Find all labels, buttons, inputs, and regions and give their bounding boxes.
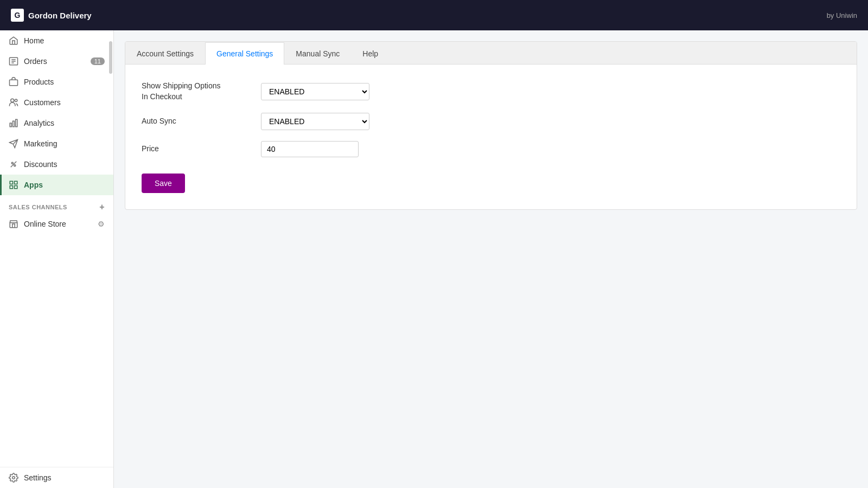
sidebar-label-products: Products xyxy=(24,78,54,86)
svg-rect-8 xyxy=(13,121,15,127)
svg-point-10 xyxy=(11,162,13,164)
sidebar-item-orders[interactable]: Orders 11 xyxy=(0,51,113,72)
svg-rect-16 xyxy=(10,186,12,189)
sidebar-item-products[interactable]: Products xyxy=(0,72,113,92)
add-channel-button[interactable]: + xyxy=(99,203,105,211)
tab-manual-sync[interactable]: Manual Sync xyxy=(284,42,351,65)
scroll-indicator xyxy=(109,41,112,74)
shipping-options-label: Show Shipping Options In Checkout xyxy=(142,81,261,102)
brand: G Gordon Delivery xyxy=(11,9,92,22)
sidebar-label-marketing: Marketing xyxy=(24,139,57,148)
svg-rect-14 xyxy=(15,181,17,184)
tab-account-settings[interactable]: Account Settings xyxy=(125,42,205,65)
save-button[interactable]: Save xyxy=(142,174,185,193)
home-icon xyxy=(9,36,18,46)
general-settings-content: Show Shipping Options In Checkout ENABLE… xyxy=(125,65,857,209)
svg-point-17 xyxy=(12,477,15,479)
orders-badge: 11 xyxy=(91,57,105,65)
autosync-label: Auto Sync xyxy=(142,116,261,127)
sidebar-item-online-store[interactable]: Online Store ⚙ xyxy=(0,214,113,234)
brand-name: Gordon Delivery xyxy=(28,11,92,20)
svg-rect-15 xyxy=(15,186,17,189)
sales-channels-label: SALES CHANNELS xyxy=(9,204,67,210)
svg-rect-7 xyxy=(10,123,11,127)
tab-help[interactable]: Help xyxy=(351,42,390,65)
apps-icon xyxy=(9,180,18,190)
sidebar-item-home[interactable]: Home xyxy=(0,30,113,51)
price-row: Price xyxy=(142,141,840,157)
sidebar-label-online-store: Online Store xyxy=(24,220,66,228)
svg-rect-9 xyxy=(16,119,17,127)
svg-point-5 xyxy=(11,99,14,102)
price-input[interactable] xyxy=(261,141,359,157)
price-label: Price xyxy=(142,144,261,155)
marketing-icon xyxy=(9,139,18,149)
sidebar-item-apps[interactable]: Apps xyxy=(0,175,113,195)
sidebar-item-customers[interactable]: Customers xyxy=(0,92,113,113)
by-text: by Uniwin xyxy=(827,11,857,20)
orders-icon xyxy=(9,56,18,66)
sidebar-label-apps: Apps xyxy=(24,181,43,189)
autosync-select[interactable]: ENABLED DISABLED xyxy=(261,113,369,130)
customers-icon xyxy=(9,98,18,107)
brand-logo: G xyxy=(11,9,24,22)
sidebar-label-customers: Customers xyxy=(24,98,61,107)
sidebar-label-discounts: Discounts xyxy=(24,160,57,169)
sidebar-item-marketing[interactable]: Marketing xyxy=(0,133,113,154)
shipping-options-row: Show Shipping Options In Checkout ENABLE… xyxy=(142,81,840,102)
sidebar-label-home: Home xyxy=(24,36,44,45)
sidebar-item-discounts[interactable]: Discounts xyxy=(0,154,113,175)
svg-point-6 xyxy=(15,99,17,102)
sidebar-bottom: Settings xyxy=(0,467,113,488)
sidebar: Home Orders 11 Products Customers Analyt… xyxy=(0,30,114,488)
sidebar-label-settings: Settings xyxy=(24,473,52,482)
sales-channels-section: SALES CHANNELS + xyxy=(0,195,113,214)
tab-general-settings[interactable]: General Settings xyxy=(205,42,284,65)
app-card: Account Settings General Settings Manual… xyxy=(125,41,857,210)
svg-point-11 xyxy=(14,165,16,166)
layout: Home Orders 11 Products Customers Analyt… xyxy=(0,30,868,488)
top-bar: G Gordon Delivery by Uniwin xyxy=(0,0,868,30)
svg-rect-4 xyxy=(10,80,18,86)
shipping-options-select[interactable]: ENABLED DISABLED xyxy=(261,83,369,100)
sidebar-item-settings[interactable]: Settings xyxy=(0,467,113,488)
sidebar-label-analytics: Analytics xyxy=(24,119,54,127)
discounts-icon xyxy=(9,159,18,169)
svg-rect-13 xyxy=(10,181,12,184)
settings-icon xyxy=(9,473,18,483)
analytics-icon xyxy=(9,118,18,128)
sidebar-item-analytics[interactable]: Analytics xyxy=(0,113,113,133)
sidebar-label-orders: Orders xyxy=(24,57,47,66)
products-icon xyxy=(9,77,18,87)
autosync-row: Auto Sync ENABLED DISABLED xyxy=(142,113,840,130)
online-store-settings-icon[interactable]: ⚙ xyxy=(98,220,105,228)
tab-bar: Account Settings General Settings Manual… xyxy=(125,42,857,65)
main-content: Account Settings General Settings Manual… xyxy=(114,30,868,488)
store-icon xyxy=(9,219,18,229)
